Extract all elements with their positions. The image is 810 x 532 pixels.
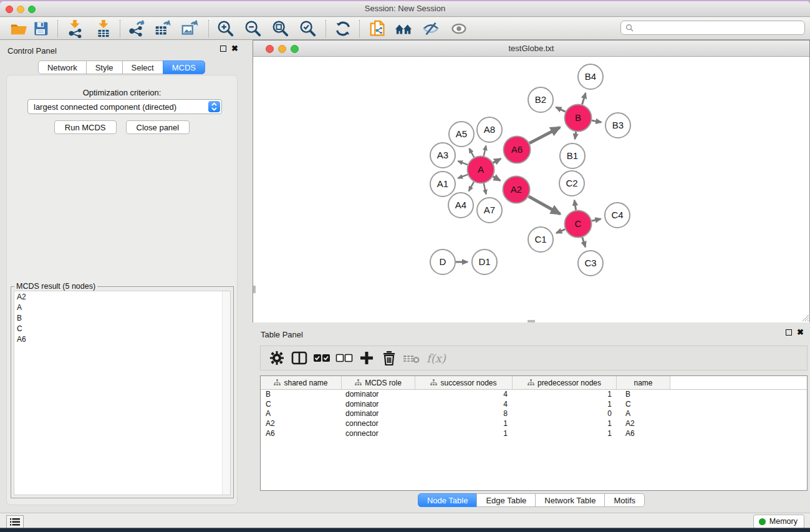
show-eye-icon[interactable]: [449, 19, 469, 38]
tab-select[interactable]: Select: [122, 60, 163, 74]
node-C[interactable]: C: [565, 211, 592, 238]
table-cell[interactable]: 4: [415, 390, 513, 400]
node-C4[interactable]: C4: [605, 203, 630, 228]
deselect-all-checks-icon[interactable]: [333, 349, 355, 367]
float-panel-icon[interactable]: [220, 46, 226, 52]
table-cell[interactable]: dominator: [342, 390, 415, 400]
node-B1[interactable]: B1: [560, 143, 585, 168]
table-tab-edge-table[interactable]: Edge Table: [476, 493, 536, 507]
table-row[interactable]: Cdominator41C: [261, 400, 807, 410]
tab-style[interactable]: Style: [86, 60, 123, 74]
window-resize-grip[interactable]: [801, 314, 809, 321]
node-A3[interactable]: A3: [430, 143, 455, 168]
network-canvas[interactable]: AA1A2A3A4A5A6A7A8BB1B2B3B4CC1C2C3C4DD1: [253, 57, 809, 322]
table-cell[interactable]: connector: [342, 429, 415, 439]
result-list-scrollbar[interactable]: [222, 291, 230, 495]
zoom-out-icon[interactable]: [243, 19, 263, 38]
table-cell[interactable]: B: [261, 390, 342, 400]
clone-network-icon[interactable]: [368, 19, 388, 38]
edge-A6-B[interactable]: [529, 127, 560, 143]
close-panel-icon[interactable]: ✖: [231, 46, 238, 52]
node-B[interactable]: B: [565, 105, 592, 132]
add-row-icon[interactable]: [355, 349, 378, 367]
table-cell[interactable]: connector: [342, 419, 415, 429]
table-cell[interactable]: C: [617, 400, 670, 410]
node-A8[interactable]: A8: [477, 117, 502, 142]
search-input[interactable]: [634, 22, 804, 34]
import-network-icon[interactable]: [65, 19, 85, 38]
edge-B-B3[interactable]: [592, 120, 601, 122]
edge-A-A3[interactable]: [458, 161, 468, 165]
table-tab-motifs[interactable]: Motifs: [604, 493, 645, 507]
zoom-in-icon[interactable]: [216, 19, 236, 38]
edge-C-C1[interactable]: [556, 230, 565, 233]
node-D[interactable]: D: [430, 249, 455, 274]
node-A2[interactable]: A2: [503, 177, 530, 203]
column-header-predecessor-nodes[interactable]: predecessor nodes: [513, 376, 617, 389]
node-D1[interactable]: D1: [472, 249, 497, 274]
zoom-selected-icon[interactable]: [298, 19, 318, 38]
table-cell[interactable]: A2: [261, 419, 342, 429]
table-cell[interactable]: dominator: [342, 409, 415, 419]
node-B3[interactable]: B3: [605, 113, 630, 138]
edge-C-C3[interactable]: [582, 237, 586, 247]
table-row[interactable]: A2connector11A2: [261, 419, 807, 429]
network-window-titlebar[interactable]: testGlobe.txt: [253, 41, 809, 57]
tab-network[interactable]: Network: [38, 60, 87, 74]
node-A[interactable]: A: [468, 157, 494, 183]
edge-A-A8[interactable]: [484, 146, 486, 156]
table-cell[interactable]: A6: [261, 429, 342, 439]
memory-button[interactable]: Memory: [753, 515, 804, 528]
node-C2[interactable]: C2: [559, 171, 584, 196]
node-A6[interactable]: A6: [504, 137, 531, 163]
table-cell[interactable]: 1: [513, 429, 617, 439]
edge-A-A7[interactable]: [484, 183, 486, 194]
edge-A-A4[interactable]: [469, 182, 474, 191]
search-field[interactable]: [620, 21, 805, 35]
table-tab-node-table[interactable]: Node Table: [418, 493, 478, 507]
table-tab-network-table[interactable]: Network Table: [535, 493, 605, 507]
export-image-icon[interactable]: [180, 19, 200, 38]
tab-mcds[interactable]: MCDS: [163, 60, 205, 74]
mcds-result-item[interactable]: C: [14, 324, 230, 334]
refresh-layout-icon[interactable]: [333, 19, 353, 38]
table-cell[interactable]: A: [261, 409, 342, 419]
edge-C-C4[interactable]: [592, 219, 600, 221]
edge-B-B4[interactable]: [582, 93, 586, 104]
table-cell[interactable]: A: [617, 409, 670, 419]
column-header-successor-nodes[interactable]: successor nodes: [415, 376, 513, 389]
edge-A2-C[interactable]: [529, 196, 560, 214]
edge-A-A5[interactable]: [470, 148, 475, 157]
function-builder-icon[interactable]: f(x): [423, 352, 446, 365]
import-table-icon[interactable]: [94, 19, 113, 38]
hide-network-icon[interactable]: [421, 19, 441, 38]
select-all-checks-icon[interactable]: [311, 349, 333, 367]
close-panel-button[interactable]: Close panel: [126, 120, 190, 134]
run-mcds-button[interactable]: Run MCDS: [54, 120, 117, 134]
edge-B-B2[interactable]: [556, 107, 566, 112]
table-float-panel-icon[interactable]: [786, 329, 792, 336]
table-cell[interactable]: 0: [513, 409, 617, 419]
node-B4[interactable]: B4: [578, 64, 603, 89]
table-cell[interactable]: 1: [513, 419, 617, 429]
edge-B-B1[interactable]: [575, 132, 576, 139]
delete-row-icon[interactable]: [378, 349, 400, 367]
table-cell[interactable]: A6: [617, 429, 670, 439]
table-cell[interactable]: dominator: [342, 400, 415, 410]
table-close-panel-icon[interactable]: ✖: [797, 329, 804, 336]
mcds-result-item[interactable]: A6: [14, 334, 230, 345]
save-session-icon[interactable]: [31, 19, 51, 38]
table-cell[interactable]: 1: [415, 419, 513, 429]
export-table-icon[interactable]: [153, 19, 173, 38]
node-A7[interactable]: A7: [477, 198, 502, 223]
mcds-result-list[interactable]: A2ABCA6: [14, 291, 231, 495]
node-A1[interactable]: A1: [430, 172, 455, 196]
zoom-fit-icon[interactable]: [271, 19, 291, 38]
node-A4[interactable]: A4: [448, 193, 473, 218]
table-cell[interactable]: B: [617, 390, 670, 400]
edge-A-A2[interactable]: [493, 177, 500, 180]
edge-A-A6[interactable]: [493, 158, 501, 163]
table-settings-icon[interactable]: [266, 349, 288, 367]
export-network-icon[interactable]: [127, 19, 147, 38]
table-cell[interactable]: 1: [513, 400, 617, 410]
